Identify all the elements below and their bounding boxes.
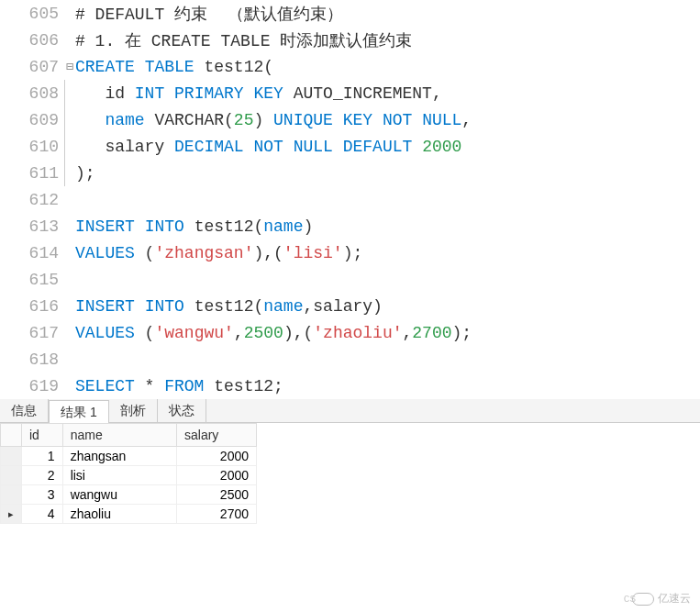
line-number: 615 bbox=[0, 271, 64, 289]
cell-id[interactable]: 3 bbox=[22, 485, 63, 505]
cell-name[interactable]: wangwu bbox=[62, 485, 176, 505]
line-number: 605 bbox=[0, 5, 64, 23]
line-number: 616 bbox=[0, 297, 64, 316]
fold-marker bbox=[64, 133, 75, 160]
fold-marker[interactable]: ⊟ bbox=[64, 59, 75, 74]
line-number: 609 bbox=[0, 111, 64, 129]
code-line[interactable]: 606# 1. 在 CREATE TABLE 时添加默认值约束 bbox=[0, 27, 700, 53]
code-content[interactable]: id INT PRIMARY KEY AUTO_INCREMENT, bbox=[75, 84, 700, 103]
row-pointer bbox=[1, 447, 22, 466]
row-pointer bbox=[1, 485, 22, 505]
table-row[interactable]: 2lisi2000 bbox=[1, 466, 257, 485]
row-pointer: ▸ bbox=[1, 505, 22, 524]
line-number: 618 bbox=[0, 351, 64, 369]
fold-marker bbox=[64, 106, 75, 133]
fold-marker bbox=[64, 80, 75, 106]
code-content[interactable]: CREATE TABLE test12( bbox=[75, 58, 700, 76]
code-line[interactable]: 605# DEFAULT 约束 （默认值约束） bbox=[0, 0, 700, 27]
code-content[interactable]: name VARCHAR(25) UNIQUE KEY NOT NULL, bbox=[75, 111, 700, 129]
table-row[interactable]: 3wangwu2500 bbox=[1, 485, 257, 505]
code-content[interactable]: INSERT INTO test12(name,salary) bbox=[75, 297, 700, 316]
code-line[interactable]: 617VALUES ('wangwu',2500),('zhaoliu',270… bbox=[0, 319, 700, 346]
cell-id[interactable]: 4 bbox=[22, 505, 63, 524]
table-row[interactable]: 1zhangsan2000 bbox=[1, 447, 257, 466]
line-number: 606 bbox=[0, 31, 64, 50]
code-content[interactable]: salary DECIMAL NOT NULL DEFAULT 2000 bbox=[75, 138, 700, 156]
cell-name[interactable]: zhaoliu bbox=[62, 505, 176, 524]
line-number: 612 bbox=[0, 191, 64, 209]
row-indicator-header bbox=[1, 424, 22, 447]
code-line[interactable]: 610 salary DECIMAL NOT NULL DEFAULT 2000 bbox=[0, 133, 700, 160]
cell-salary[interactable]: 2000 bbox=[177, 466, 257, 485]
cell-id[interactable]: 2 bbox=[22, 466, 63, 485]
watermark-text: 亿速云 bbox=[658, 591, 691, 606]
code-line[interactable]: 607⊟CREATE TABLE test12( bbox=[0, 53, 700, 80]
code-line[interactable]: 609 name VARCHAR(25) UNIQUE KEY NOT NULL… bbox=[0, 106, 700, 133]
cell-name[interactable]: zhangsan bbox=[62, 447, 176, 466]
cell-salary[interactable]: 2000 bbox=[177, 447, 257, 466]
code-content[interactable]: VALUES ('zhangsan'),('lisi'); bbox=[75, 244, 700, 262]
column-header-salary[interactable]: salary bbox=[177, 424, 257, 447]
code-content[interactable]: SELECT * FROM test12; bbox=[75, 377, 700, 395]
cell-salary[interactable]: 2500 bbox=[177, 485, 257, 505]
line-number: 607 bbox=[0, 58, 64, 76]
line-number: 614 bbox=[0, 244, 64, 262]
code-line[interactable]: 611); bbox=[0, 160, 700, 186]
cell-salary[interactable]: 2700 bbox=[177, 505, 257, 524]
tab-状态[interactable]: 状态 bbox=[158, 399, 206, 422]
cell-name[interactable]: lisi bbox=[62, 466, 176, 485]
line-number: 611 bbox=[0, 164, 64, 183]
code-content[interactable]: VALUES ('wangwu',2500),('zhaoliu',2700); bbox=[75, 324, 700, 342]
line-number: 610 bbox=[0, 138, 64, 156]
code-content[interactable]: INSERT INTO test12(name) bbox=[75, 217, 700, 236]
tab-信息[interactable]: 信息 bbox=[0, 399, 49, 422]
table-row[interactable]: ▸4zhaoliu2700 bbox=[1, 505, 257, 524]
cell-id[interactable]: 1 bbox=[22, 447, 63, 466]
code-line[interactable]: 614VALUES ('zhangsan'),('lisi'); bbox=[0, 239, 700, 266]
tab-剖析[interactable]: 剖析 bbox=[109, 399, 158, 422]
column-header-id[interactable]: id bbox=[22, 424, 63, 447]
line-number: 619 bbox=[0, 377, 64, 395]
code-line[interactable]: 616INSERT INTO test12(name,salary) bbox=[0, 293, 700, 319]
code-content[interactable]: # DEFAULT 约束 （默认值约束） bbox=[75, 3, 700, 25]
code-line[interactable]: 618 bbox=[0, 346, 700, 373]
code-editor[interactable]: 605# DEFAULT 约束 （默认值约束）606# 1. 在 CREATE … bbox=[0, 0, 700, 399]
result-table[interactable]: idnamesalary 1zhangsan20002lisi20003wang… bbox=[0, 423, 257, 524]
watermark: 亿速云 bbox=[632, 591, 691, 606]
code-line[interactable]: 612 bbox=[0, 186, 700, 213]
row-pointer bbox=[1, 466, 22, 485]
code-line[interactable]: 608 id INT PRIMARY KEY AUTO_INCREMENT, bbox=[0, 80, 700, 106]
tab-结果 1[interactable]: 结果 1 bbox=[49, 400, 109, 423]
column-header-name[interactable]: name bbox=[62, 424, 176, 447]
code-content[interactable]: ); bbox=[75, 164, 700, 183]
line-number: 613 bbox=[0, 217, 64, 236]
code-content[interactable]: # 1. 在 CREATE TABLE 时添加默认值约束 bbox=[75, 29, 700, 51]
code-line[interactable]: 615 bbox=[0, 266, 700, 293]
cloud-icon bbox=[632, 593, 654, 606]
code-line[interactable]: 613INSERT INTO test12(name) bbox=[0, 213, 700, 239]
fold-marker bbox=[64, 160, 75, 186]
line-number: 608 bbox=[0, 84, 64, 103]
code-line[interactable]: 619SELECT * FROM test12; bbox=[0, 373, 700, 399]
result-tabs: 信息结果 1剖析状态 bbox=[0, 399, 700, 423]
line-number: 617 bbox=[0, 324, 64, 342]
